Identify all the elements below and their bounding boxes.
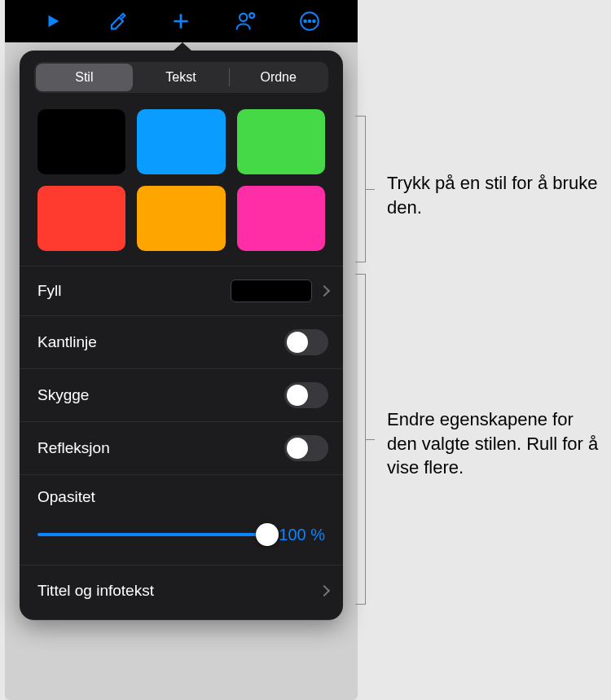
style-swatch[interactable]: [137, 186, 225, 251]
collaborate-icon[interactable]: [233, 9, 257, 33]
chevron-right-icon: [319, 285, 330, 297]
border-label: Kantlinje: [37, 333, 97, 351]
callout-swatches: Trykk på en stil for å bruke den.: [387, 171, 599, 219]
slider-thumb[interactable]: [256, 523, 279, 546]
svg-point-4: [308, 20, 310, 23]
reflection-label: Refleksjon: [37, 439, 110, 457]
style-swatch-grid: [20, 106, 343, 266]
fill-color-well[interactable]: [231, 280, 312, 302]
callout-bracket: [365, 116, 366, 262]
format-popover: Stil Tekst Ordne Fyll Kantlinje Skygge R…: [20, 51, 343, 620]
style-swatch[interactable]: [237, 186, 325, 251]
tab-arrange[interactable]: Ordne: [230, 64, 327, 91]
reflection-row: Refleksjon: [20, 421, 343, 474]
shadow-row: Skygge: [20, 368, 343, 421]
shadow-toggle[interactable]: [284, 382, 328, 408]
opacity-value: 100 %: [279, 526, 325, 544]
shadow-label: Skygge: [37, 386, 89, 404]
tab-style[interactable]: Stil: [36, 64, 133, 91]
style-swatch[interactable]: [37, 109, 125, 174]
play-icon[interactable]: [41, 9, 65, 33]
fill-row[interactable]: Fyll: [20, 266, 343, 315]
callout-bracket: [365, 274, 366, 605]
opacity-label: Opasitet: [37, 488, 325, 506]
opacity-section: Opasitet 100 %: [20, 474, 343, 565]
svg-point-1: [249, 13, 254, 18]
svg-point-5: [313, 20, 315, 23]
title-caption-row[interactable]: Tittel og infotekst: [20, 565, 343, 620]
slider-track: [37, 533, 267, 536]
callout-properties: Endre egenskapene for den valgte stilen.…: [387, 407, 607, 480]
brush-icon[interactable]: [105, 9, 130, 33]
more-icon[interactable]: [297, 9, 322, 33]
svg-point-0: [240, 14, 247, 21]
style-swatch[interactable]: [137, 109, 225, 174]
chevron-right-icon: [319, 585, 330, 597]
border-row: Kantlinje: [20, 315, 343, 368]
segmented-control: Stil Tekst Ordne: [34, 62, 328, 93]
svg-point-3: [304, 20, 306, 23]
tab-text[interactable]: Tekst: [133, 64, 230, 91]
top-toolbar: [5, 0, 358, 42]
title-caption-label: Tittel og infotekst: [37, 582, 154, 600]
style-swatch[interactable]: [237, 109, 325, 174]
border-toggle[interactable]: [284, 329, 328, 355]
fill-label: Fyll: [37, 282, 62, 300]
opacity-slider[interactable]: [37, 522, 267, 547]
style-swatch[interactable]: [37, 186, 125, 251]
reflection-toggle[interactable]: [284, 435, 328, 461]
plus-icon[interactable]: [169, 9, 193, 33]
